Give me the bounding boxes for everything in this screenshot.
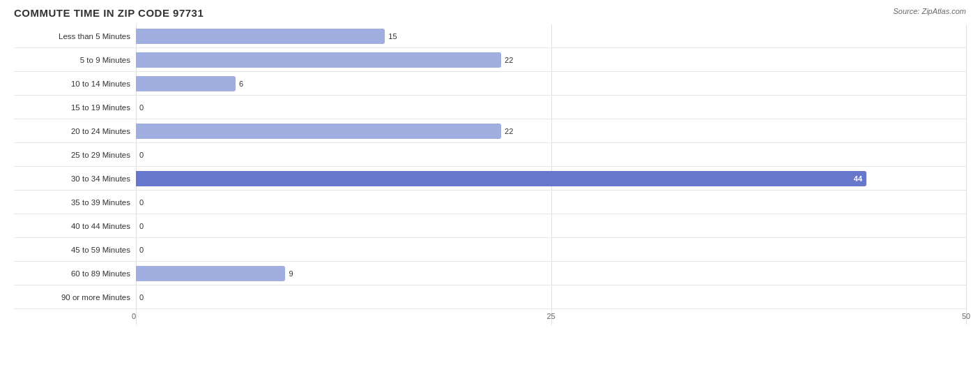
chart-container: COMMUTE TIME IN ZIP CODE 97731 Source: Z… bbox=[0, 0, 980, 365]
table-row: 60 to 89 Minutes9 bbox=[14, 262, 966, 285]
bar-value: 22 bbox=[505, 56, 513, 64]
bar-value: 44 bbox=[854, 174, 862, 183]
x-axis-label: 50 bbox=[962, 312, 970, 320]
bar-label: 20 to 24 Minutes bbox=[14, 127, 136, 135]
x-axis: 02550 bbox=[136, 312, 966, 325]
bar-area: 9 bbox=[136, 262, 966, 285]
chart-body: Less than 5 Minutes155 to 9 Minutes2210 … bbox=[14, 24, 966, 325]
bar-area: 0 bbox=[136, 285, 966, 308]
bar: 9 bbox=[136, 266, 285, 281]
bar: 44 bbox=[136, 171, 866, 186]
table-row: 90 or more Minutes0 bbox=[14, 285, 966, 309]
bar: 15 bbox=[136, 29, 385, 44]
bar-label: Less than 5 Minutes bbox=[14, 32, 136, 40]
bar-value: 0 bbox=[139, 103, 144, 112]
bar-value: 6 bbox=[239, 80, 243, 88]
x-axis-label: 25 bbox=[547, 312, 556, 320]
bar-area: 0 bbox=[136, 214, 966, 237]
bar-label: 60 to 89 Minutes bbox=[14, 269, 136, 278]
bar-value: 22 bbox=[505, 127, 513, 135]
bar-value: 0 bbox=[139, 222, 144, 230]
bar-label: 45 to 59 Minutes bbox=[14, 246, 136, 254]
bar: 22 bbox=[136, 52, 501, 68]
bar-label: 15 to 19 Minutes bbox=[14, 103, 136, 112]
bar-label: 35 to 39 Minutes bbox=[14, 198, 136, 207]
bar-label: 90 or more Minutes bbox=[14, 293, 136, 301]
x-axis-label: 0 bbox=[132, 312, 136, 320]
table-row: 5 to 9 Minutes22 bbox=[14, 48, 966, 72]
table-row: 40 to 44 Minutes0 bbox=[14, 214, 966, 238]
table-row: 20 to 24 Minutes22 bbox=[14, 119, 966, 143]
table-row: 10 to 14 Minutes6 bbox=[14, 72, 966, 96]
bar-label: 10 to 14 Minutes bbox=[14, 80, 136, 88]
bar-area: 22 bbox=[136, 119, 966, 142]
bar-value: 0 bbox=[139, 246, 144, 254]
bar: 6 bbox=[136, 76, 236, 91]
chart-source: Source: ZipAtlas.com bbox=[893, 7, 966, 15]
bar-area: 15 bbox=[136, 24, 966, 47]
bar-area: 0 bbox=[136, 238, 966, 261]
chart-header: COMMUTE TIME IN ZIP CODE 97731 Source: Z… bbox=[14, 7, 966, 19]
table-row: 25 to 29 Minutes0 bbox=[14, 143, 966, 167]
bar-label: 40 to 44 Minutes bbox=[14, 222, 136, 230]
bar-area: 0 bbox=[136, 191, 966, 214]
table-row: 35 to 39 Minutes0 bbox=[14, 191, 966, 214]
table-row: 45 to 59 Minutes0 bbox=[14, 238, 966, 262]
table-row: Less than 5 Minutes15 bbox=[14, 24, 966, 48]
bar-label: 5 to 9 Minutes bbox=[14, 56, 136, 64]
bar-value: 0 bbox=[139, 293, 144, 301]
bar-value: 15 bbox=[388, 32, 397, 40]
bar-area: 0 bbox=[136, 96, 966, 119]
bar-value: 9 bbox=[289, 269, 293, 278]
bar-area: 6 bbox=[136, 72, 966, 95]
bar-area: 22 bbox=[136, 48, 966, 71]
bar-area: 0 bbox=[136, 143, 966, 166]
chart-title: COMMUTE TIME IN ZIP CODE 97731 bbox=[14, 7, 204, 19]
bar-label: 25 to 29 Minutes bbox=[14, 151, 136, 159]
table-row: 30 to 34 Minutes44 bbox=[14, 167, 966, 191]
bar: 22 bbox=[136, 124, 501, 139]
bar-value: 0 bbox=[139, 151, 144, 159]
table-row: 15 to 19 Minutes0 bbox=[14, 96, 966, 119]
bar-label: 30 to 34 Minutes bbox=[14, 174, 136, 183]
bar-area: 44 bbox=[136, 167, 966, 190]
bar-value: 0 bbox=[139, 198, 144, 207]
